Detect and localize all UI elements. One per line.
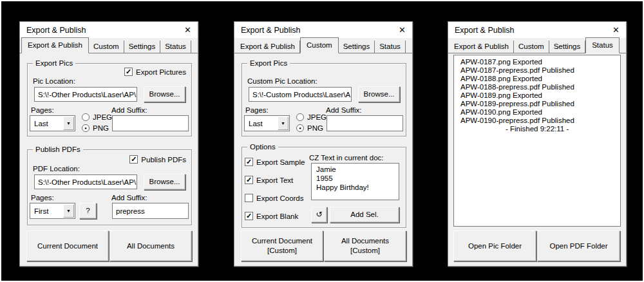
dropdown-arrow-icon[interactable]: ▼ bbox=[278, 117, 289, 130]
export-blank-label: Export Blank bbox=[256, 212, 298, 220]
titlebar[interactable]: Export & Publish ✕ bbox=[234, 22, 412, 38]
status-line: APW-0187.png Exported bbox=[454, 58, 620, 66]
png-radio-label: PNG bbox=[93, 124, 109, 132]
add-suffix-label: Add Suffix: bbox=[111, 106, 147, 114]
tab-settings[interactable]: Settings bbox=[124, 41, 161, 53]
export-publish-window-1: Export & Publish ✕ Export & Publish Cust… bbox=[19, 21, 198, 267]
checkbox-box: ✓ bbox=[129, 155, 138, 164]
export-text-label: Export Text bbox=[256, 176, 293, 184]
jpeg-radio[interactable]: JPEG bbox=[82, 113, 112, 121]
pages-combobox[interactable]: First ▼ bbox=[30, 203, 75, 219]
checkbox-box bbox=[245, 194, 253, 202]
tab-status[interactable]: Status bbox=[585, 37, 620, 53]
export-pics-legend: Export Pics bbox=[33, 59, 75, 68]
all-documents-button[interactable]: All Documents bbox=[109, 230, 192, 261]
suffix-input[interactable]: prepress bbox=[112, 203, 189, 219]
checkbox-box: ✓ bbox=[124, 68, 133, 76]
pdf-location-label: PDF Location: bbox=[33, 165, 80, 173]
browse-button[interactable]: Browse... bbox=[144, 86, 185, 102]
window-title: Export & Publish bbox=[26, 26, 184, 35]
radio-circle bbox=[296, 113, 304, 121]
tab-custom[interactable]: Custom bbox=[300, 37, 339, 53]
tab-status[interactable]: Status bbox=[160, 41, 191, 53]
export-sample-checkbox[interactable]: ✓ Export Sample bbox=[245, 158, 305, 166]
pic-location-label: Pic Location: bbox=[33, 77, 75, 85]
jpeg-radio[interactable]: JPEG bbox=[296, 113, 327, 121]
add-sel-button[interactable]: Add Sel. bbox=[330, 207, 399, 223]
export-pictures-label: Export Pictures bbox=[136, 68, 186, 76]
cz-text-listbox[interactable]: Jamie 1955 Happy Birthday! bbox=[311, 163, 399, 200]
jpeg-radio-label: JPEG bbox=[93, 113, 112, 121]
browse-button[interactable]: Browse... bbox=[358, 86, 400, 102]
checkbox-box: ✓ bbox=[245, 212, 253, 220]
export-pics-group: Export Pics Custom Pic Location: S:\!-Cu… bbox=[242, 63, 406, 136]
titlebar[interactable]: Export & Publish ✕ bbox=[20, 22, 198, 38]
export-blank-checkbox[interactable]: ✓ Export Blank bbox=[245, 212, 298, 220]
refresh-button[interactable]: ↺ bbox=[311, 207, 327, 223]
checkbox-box: ✓ bbox=[245, 176, 253, 184]
tab-export-publish[interactable]: Export & Publish bbox=[450, 41, 514, 53]
open-pic-folder-button[interactable]: Open Pic Folder bbox=[453, 230, 536, 261]
tab-export-publish[interactable]: Export & Publish bbox=[21, 37, 89, 53]
export-text-checkbox[interactable]: ✓ Export Text bbox=[245, 176, 293, 184]
publish-pdfs-group: Publish PDFs ✓ Publish PDFs PDF Location… bbox=[27, 149, 192, 225]
refresh-icon: ↺ bbox=[316, 210, 322, 220]
all-documents-custom-button[interactable]: All Documents [Custom] bbox=[324, 230, 406, 261]
list-item[interactable]: Jamie bbox=[312, 165, 399, 174]
export-publish-window-3: Export & Publish ✕ Export & Publish Cust… bbox=[448, 21, 627, 267]
pages-help-button[interactable]: ? bbox=[79, 203, 97, 219]
tabstrip: Export & Publish Custom Settings Status bbox=[20, 38, 198, 53]
dropdown-arrow-icon[interactable]: ▼ bbox=[63, 117, 74, 130]
close-icon[interactable]: ✕ bbox=[399, 26, 406, 34]
status-line: APW-0188-prepress.pdf Published bbox=[454, 83, 620, 91]
close-icon[interactable]: ✕ bbox=[184, 26, 191, 34]
export-pics-group: Export Pics ✓ Export Pictures Pic Locati… bbox=[27, 63, 192, 136]
export-coords-label: Export Coords bbox=[256, 194, 304, 202]
radio-circle bbox=[82, 113, 90, 121]
tab-custom[interactable]: Custom bbox=[514, 41, 549, 53]
suffix-input[interactable] bbox=[112, 115, 189, 131]
pages-value: Last bbox=[30, 116, 62, 131]
status-listbox[interactable]: APW-0187.png Exported APW-0187-prepress.… bbox=[453, 55, 621, 227]
publish-pdfs-checkbox[interactable]: ✓ Publish PDFs bbox=[129, 155, 186, 164]
list-item[interactable]: 1955 bbox=[312, 174, 399, 183]
export-publish-window-2: Export & Publish ✕ Export & Publish Cust… bbox=[234, 21, 413, 267]
tab-settings[interactable]: Settings bbox=[549, 41, 586, 53]
png-radio[interactable]: ● PNG bbox=[82, 124, 109, 132]
tab-status[interactable]: Status bbox=[375, 41, 406, 53]
tab-export-publish[interactable]: Export & Publish bbox=[236, 41, 300, 53]
checkbox-box: ✓ bbox=[245, 158, 253, 166]
status-line: APW-0187-prepress.pdf Published bbox=[454, 66, 620, 75]
pages-combobox[interactable]: Last ▼ bbox=[30, 115, 75, 131]
export-pics-legend: Export Pics bbox=[247, 59, 290, 68]
open-pdf-folder-button[interactable]: Open PDF Folder bbox=[537, 230, 620, 261]
custom-pic-location-input[interactable]: S:\!-Custom Products\Laser\A bbox=[249, 87, 352, 102]
pic-location-input[interactable]: S:\!-Other Products\Laser\AP\ bbox=[34, 87, 137, 102]
list-item[interactable]: Happy Birthday! bbox=[312, 183, 399, 192]
current-document-custom-button[interactable]: Current Document [Custom] bbox=[241, 230, 323, 261]
suffix-input[interactable] bbox=[327, 115, 403, 131]
current-document-button[interactable]: Current Document bbox=[26, 230, 109, 261]
pages-label: Pages: bbox=[31, 106, 54, 114]
pages-value: First bbox=[30, 203, 62, 218]
png-radio[interactable]: ● PNG bbox=[296, 124, 323, 132]
cz-text-label: CZ Text in current doc: bbox=[309, 154, 383, 162]
tabstrip: Export & Publish Custom Settings Status bbox=[448, 38, 626, 53]
dropdown-arrow-icon[interactable]: ▼ bbox=[63, 204, 74, 218]
pages-combobox[interactable]: Last ▼ bbox=[244, 115, 290, 131]
export-coords-checkbox[interactable]: Export Coords bbox=[245, 194, 304, 202]
publish-pdfs-label: Publish PDFs bbox=[141, 156, 186, 164]
button-line1: Current Document bbox=[252, 236, 312, 246]
button-line1: All Documents bbox=[341, 236, 389, 246]
close-icon[interactable]: ✕ bbox=[612, 26, 620, 34]
export-pictures-checkbox[interactable]: ✓ Export Pictures bbox=[124, 68, 186, 76]
export-sample-label: Export Sample bbox=[256, 158, 305, 166]
browse-button[interactable]: Browse... bbox=[144, 174, 185, 190]
pdf-location-input[interactable]: S:\!-Other Products\Laser\AP\ bbox=[34, 174, 137, 189]
tab-settings[interactable]: Settings bbox=[339, 41, 375, 53]
custom-pic-location-label: Custom Pic Location: bbox=[247, 77, 317, 85]
options-legend: Options bbox=[247, 142, 278, 152]
status-line: APW-0188.png Exported bbox=[454, 75, 620, 83]
tab-custom[interactable]: Custom bbox=[89, 41, 124, 53]
titlebar[interactable]: Export & Publish ✕ bbox=[448, 22, 626, 38]
